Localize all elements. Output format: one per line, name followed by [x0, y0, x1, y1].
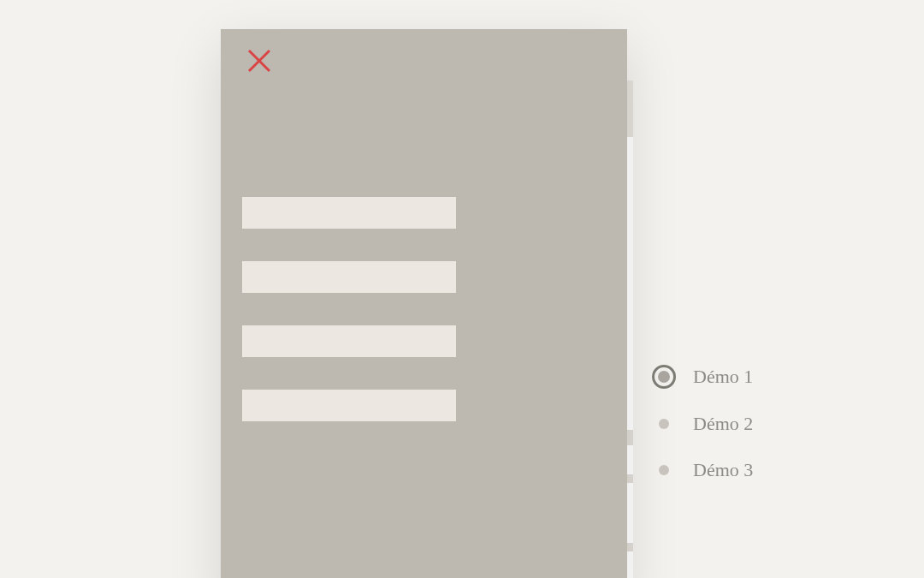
demo-nav-item-2[interactable]: Démo 2 [659, 413, 753, 435]
close-icon[interactable] [246, 48, 272, 74]
radio-inactive-icon [659, 465, 669, 475]
menu-item[interactable] [242, 390, 456, 421]
demo-nav-item-3[interactable]: Démo 3 [659, 459, 753, 481]
demo-nav-label: Démo 1 [693, 366, 753, 388]
menu-overlay-panel [221, 29, 627, 578]
demo-nav-item-1[interactable]: Démo 1 [659, 365, 753, 389]
menu-items [242, 197, 456, 421]
radio-inactive-icon [659, 419, 669, 429]
menu-item[interactable] [242, 261, 456, 293]
demo-carousel-nav: Démo 1 Démo 2 Démo 3 [659, 365, 753, 481]
menu-item[interactable] [242, 197, 456, 229]
demo-nav-label: Démo 2 [693, 413, 753, 435]
demo-nav-label: Démo 3 [693, 459, 753, 481]
radio-active-icon [652, 365, 676, 389]
menu-item[interactable] [242, 325, 456, 357]
